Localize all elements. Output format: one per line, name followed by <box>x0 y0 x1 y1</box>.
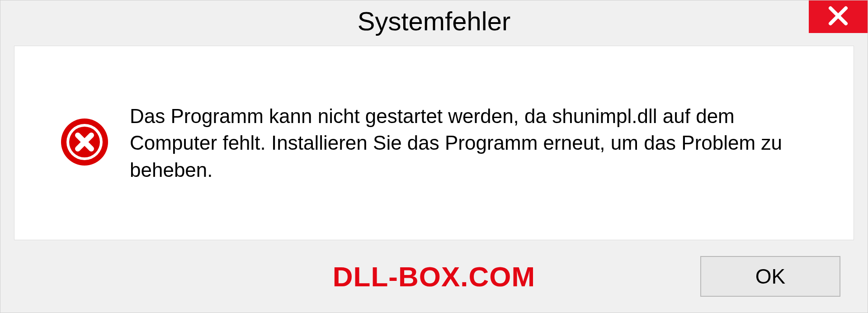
close-icon <box>827 5 849 29</box>
watermark-text: DLL-BOX.COM <box>333 261 535 293</box>
error-dialog: Systemfehler Das Programm kann nicht ges… <box>0 0 868 313</box>
error-icon <box>60 117 109 169</box>
error-message: Das Programm kann nicht gestartet werden… <box>130 103 808 183</box>
titlebar: Systemfehler <box>0 0 868 41</box>
dialog-title: Systemfehler <box>358 6 510 36</box>
dialog-footer: DLL-BOX.COM OK <box>0 249 868 313</box>
content-panel: Das Programm kann nicht gestartet werden… <box>14 46 854 240</box>
close-button[interactable] <box>809 0 868 33</box>
ok-button[interactable]: OK <box>700 256 840 297</box>
